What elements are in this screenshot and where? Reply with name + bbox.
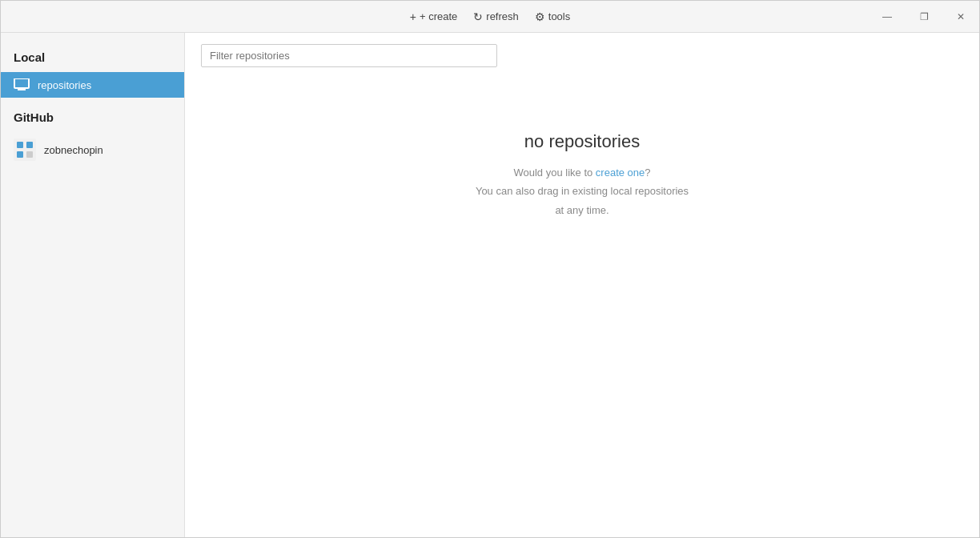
github-avatar-icon (14, 139, 36, 161)
github-section-title: GitHub (1, 98, 184, 132)
empty-subtitle: Would you like to create one? You can al… (476, 163, 689, 219)
sidebar-item-repositories[interactable]: repositories (1, 72, 184, 98)
window-controls: — ❐ ✕ (869, 1, 979, 33)
plus-icon: + (410, 10, 416, 23)
empty-line1-prefix: Would you like to (513, 167, 595, 179)
filter-repositories-input[interactable] (201, 44, 497, 67)
svg-rect-4 (26, 142, 33, 148)
monitor-icon-container (14, 78, 30, 91)
refresh-icon: ↻ (473, 10, 483, 23)
gear-icon: ⚙ (535, 10, 545, 23)
svg-rect-5 (17, 151, 23, 158)
create-label: + create (420, 10, 457, 22)
github-user-item[interactable]: zobnechopin (1, 132, 184, 167)
svg-rect-0 (14, 78, 29, 88)
titlebar-actions: + + create ↻ refresh ⚙ tools (410, 10, 570, 23)
repositories-label: repositories (38, 79, 91, 91)
github-username: zobnechopin (44, 144, 103, 156)
empty-line2: You can also drag in existing local repo… (476, 182, 689, 200)
avatar (14, 139, 36, 161)
main-layout: Local repositories GitHub (1, 33, 979, 537)
empty-state: no repositories Would you like to create… (201, 83, 963, 526)
local-section-title: Local (1, 46, 184, 72)
create-one-link[interactable]: create one (596, 167, 645, 179)
empty-line1-suffix: ? (645, 167, 650, 179)
close-button[interactable]: ✕ (942, 1, 979, 33)
refresh-action[interactable]: ↻ refresh (473, 10, 518, 23)
refresh-label: refresh (486, 10, 518, 22)
titlebar: + + create ↻ refresh ⚙ tools — ❐ ✕ (1, 1, 979, 33)
tools-action[interactable]: ⚙ tools (535, 10, 570, 23)
svg-rect-2 (14, 139, 36, 161)
svg-rect-6 (26, 151, 33, 158)
tools-label: tools (548, 10, 570, 22)
create-action[interactable]: + + create (410, 10, 458, 23)
monitor-icon (14, 78, 30, 91)
svg-rect-3 (17, 142, 23, 148)
empty-line1: Would you like to create one? (476, 163, 689, 182)
minimize-button[interactable]: — (869, 1, 906, 33)
sidebar: Local repositories GitHub (1, 33, 185, 537)
restore-button[interactable]: ❐ (906, 1, 942, 33)
filter-bar (201, 44, 963, 67)
empty-title: no repositories (524, 131, 640, 152)
content-area: no repositories Would you like to create… (185, 33, 979, 537)
empty-line3: at any time. (476, 201, 689, 219)
